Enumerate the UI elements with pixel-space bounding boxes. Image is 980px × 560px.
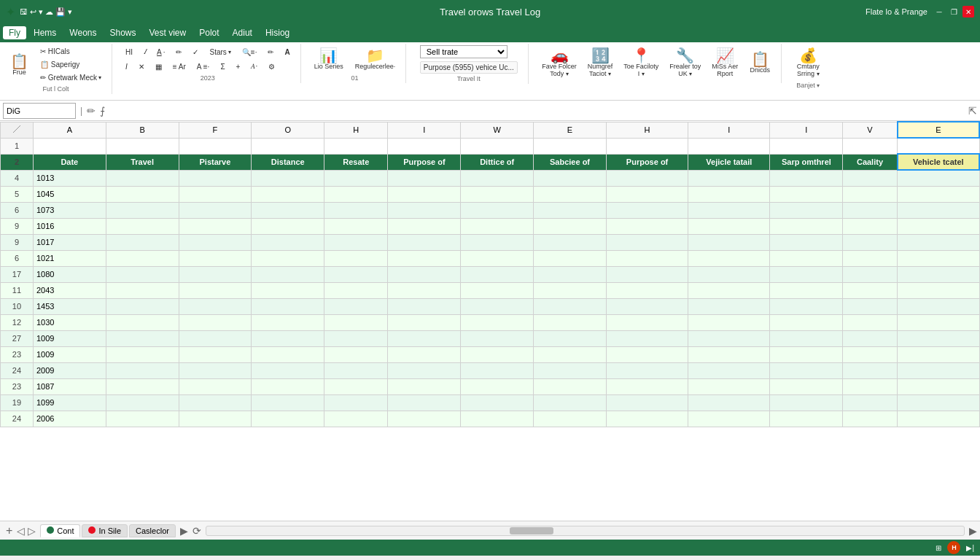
restore-button[interactable]: ❐ (948, 6, 960, 18)
cell[interactable] (898, 202, 979, 218)
italic-btn[interactable]: 𝐼 (139, 45, 150, 58)
cell[interactable] (770, 394, 843, 411)
fill-color-btn[interactable]: 𝐴· (246, 60, 262, 73)
row-num[interactable]: 27 (1, 330, 34, 346)
format-btn[interactable]: ⚙ (264, 61, 279, 73)
cell[interactable] (461, 186, 534, 202)
cell[interactable] (461, 282, 534, 298)
sum-btn[interactable]: Σ (216, 61, 229, 73)
cell[interactable] (388, 138, 461, 154)
cell[interactable] (324, 250, 388, 266)
cell[interactable] (770, 411, 843, 427)
toe-facility-button[interactable]: 📍 Toe FacilotyI ▾ (619, 45, 663, 80)
cell[interactable] (388, 234, 461, 250)
cell[interactable] (106, 266, 179, 282)
cell-date[interactable]: 1087 (33, 378, 106, 394)
cell[interactable] (898, 266, 979, 282)
row-num[interactable]: 4 (1, 170, 34, 186)
cell[interactable] (688, 218, 770, 234)
cell[interactable] (606, 202, 688, 218)
cell[interactable] (843, 202, 898, 218)
menu-hisiog[interactable]: Hisiog (260, 26, 295, 39)
lio-series-button[interactable]: 📊 Lio Series (310, 45, 348, 73)
cell[interactable] (324, 394, 388, 411)
cell[interactable] (179, 362, 252, 378)
cell[interactable] (843, 378, 898, 394)
cell[interactable] (606, 378, 688, 394)
cell-date[interactable]: 1045 (33, 186, 106, 202)
cell[interactable] (534, 186, 607, 202)
menu-hems[interactable]: Hems (28, 26, 62, 39)
cell[interactable] (606, 298, 688, 314)
cell[interactable] (324, 218, 388, 234)
cell[interactable] (898, 138, 979, 154)
cell[interactable] (388, 298, 461, 314)
regulecerlee-button[interactable]: 📁 Regulecerlee· (351, 45, 400, 73)
cell[interactable] (252, 314, 324, 330)
menu-fly[interactable]: Fly (3, 26, 26, 39)
cell[interactable] (179, 186, 252, 202)
cell[interactable] (898, 378, 979, 394)
cell[interactable] (324, 346, 388, 362)
cell[interactable] (252, 378, 324, 394)
cell[interactable] (324, 170, 388, 186)
cell[interactable] (843, 314, 898, 330)
cell[interactable] (388, 250, 461, 266)
plus-btn[interactable]: + (232, 61, 245, 73)
cell[interactable] (688, 250, 770, 266)
cell[interactable] (106, 282, 179, 298)
col-header-i1[interactable]: I (388, 122, 461, 138)
cell[interactable] (843, 394, 898, 411)
cell[interactable] (606, 250, 688, 266)
cell[interactable] (461, 330, 534, 346)
cell[interactable] (898, 346, 979, 362)
underline-btn[interactable]: A· (152, 46, 169, 58)
numgref-button[interactable]: 🔢 NumgrefTaciot ▾ (583, 45, 618, 80)
cell[interactable] (388, 362, 461, 378)
cell[interactable] (252, 411, 324, 427)
row-num[interactable]: 6 (1, 250, 34, 266)
cell[interactable] (770, 330, 843, 346)
row-num[interactable]: 6 (1, 202, 34, 218)
cell-date[interactable]: 1013 (33, 170, 106, 186)
header-purpose-of[interactable]: Purpose of (388, 154, 461, 170)
cell[interactable] (252, 362, 324, 378)
cell[interactable] (388, 378, 461, 394)
header-travel[interactable]: Travel (106, 154, 179, 170)
cell[interactable] (606, 394, 688, 411)
cell[interactable] (606, 234, 688, 250)
cell[interactable] (898, 186, 979, 202)
cell[interactable] (179, 411, 252, 427)
fave-folder-button[interactable]: 🚗 Fave FolcerTody ▾ (537, 45, 581, 80)
row-num[interactable]: 17 (1, 266, 34, 282)
cell[interactable] (388, 394, 461, 411)
cell[interactable] (898, 362, 979, 378)
sell-trate-dropdown[interactable]: Sell trate (420, 45, 508, 58)
cell-date[interactable]: 1021 (33, 250, 106, 266)
cell[interactable] (461, 298, 534, 314)
cell[interactable] (688, 170, 770, 186)
row-num-1[interactable]: 1 (1, 138, 34, 154)
cell-date[interactable]: 1453 (33, 298, 106, 314)
cell[interactable] (843, 218, 898, 234)
cell[interactable] (898, 170, 979, 186)
cell-date[interactable]: 1080 (33, 266, 106, 282)
cell[interactable] (534, 138, 607, 154)
menu-shows[interactable]: Shows (104, 26, 141, 39)
cell[interactable] (461, 138, 534, 154)
add-sheet-button[interactable]: + (3, 524, 15, 537)
cell[interactable] (534, 394, 607, 411)
cell[interactable] (179, 266, 252, 282)
stars-btn[interactable]: Stars ▾ (205, 46, 235, 58)
cell[interactable] (388, 282, 461, 298)
cell[interactable] (606, 314, 688, 330)
frealer-toy-button[interactable]: 🔧 Frealer toyUK ▾ (665, 45, 705, 80)
row-num[interactable]: 9 (1, 218, 34, 234)
cell[interactable] (324, 411, 388, 427)
cell-date[interactable]: 2043 (33, 282, 106, 298)
col-header-v[interactable]: V (843, 122, 898, 138)
insert-function-icon[interactable]: ⨍ (100, 105, 105, 117)
cell[interactable] (324, 330, 388, 346)
cell-date[interactable]: 1030 (33, 314, 106, 330)
header-distance[interactable]: Distance (252, 154, 324, 170)
